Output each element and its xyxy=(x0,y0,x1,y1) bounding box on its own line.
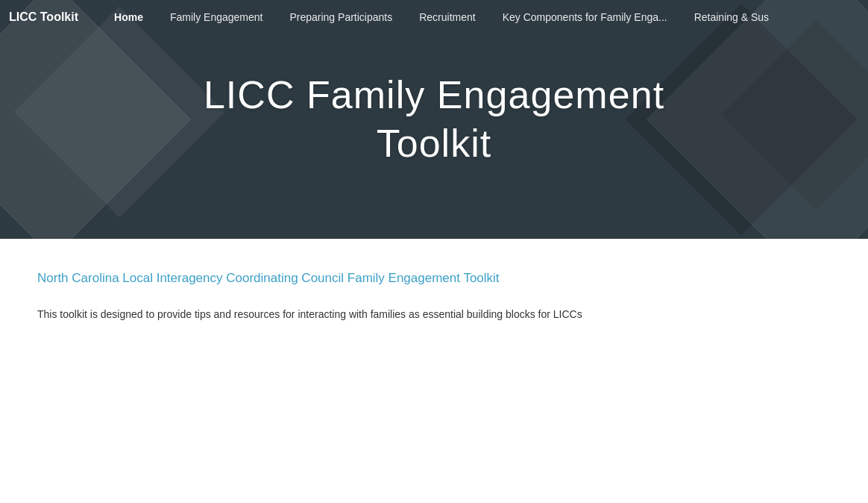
brand-label[interactable]: LICC Toolkit xyxy=(9,10,78,24)
nav-link-key-components[interactable]: Key Components for Family Enga... xyxy=(489,0,681,34)
nav-links: Home Family Engagement Preparing Partici… xyxy=(101,0,782,34)
nav-link-preparing-participants[interactable]: Preparing Participants xyxy=(276,0,406,34)
nav-item-home[interactable]: Home xyxy=(101,0,157,34)
hero-section: LICC Family Engagement Toolkit xyxy=(0,0,868,239)
nav-item-retaining[interactable]: Retaining & Sus xyxy=(681,0,782,34)
nav-item-preparing-participants[interactable]: Preparing Participants xyxy=(276,0,406,34)
navbar: LICC Toolkit Home Family Engagement Prep… xyxy=(0,0,868,34)
nav-item-recruitment[interactable]: Recruitment xyxy=(406,0,488,34)
hero-title: LICC Family Engagement Toolkit xyxy=(204,71,664,168)
hero-diamond-right2 xyxy=(721,20,868,210)
content-description: This toolkit is designed to provide tips… xyxy=(37,306,831,322)
hero-title-line1: LICC Family Engagement xyxy=(204,73,664,116)
content-link[interactable]: North Carolina Local Interagency Coordin… xyxy=(37,269,831,288)
nav-link-retaining[interactable]: Retaining & Sus xyxy=(681,0,782,34)
nav-link-recruitment[interactable]: Recruitment xyxy=(406,0,488,34)
hero-diamond-left xyxy=(14,7,225,218)
main-content: North Carolina Local Interagency Coordin… xyxy=(0,239,868,352)
hero-title-line2: Toolkit xyxy=(377,122,492,165)
nav-link-home[interactable]: Home xyxy=(101,0,157,34)
nav-item-family-engagement[interactable]: Family Engagement xyxy=(157,0,277,34)
nav-link-family-engagement[interactable]: Family Engagement xyxy=(157,0,277,34)
nav-item-key-components[interactable]: Key Components for Family Enga... xyxy=(489,0,681,34)
